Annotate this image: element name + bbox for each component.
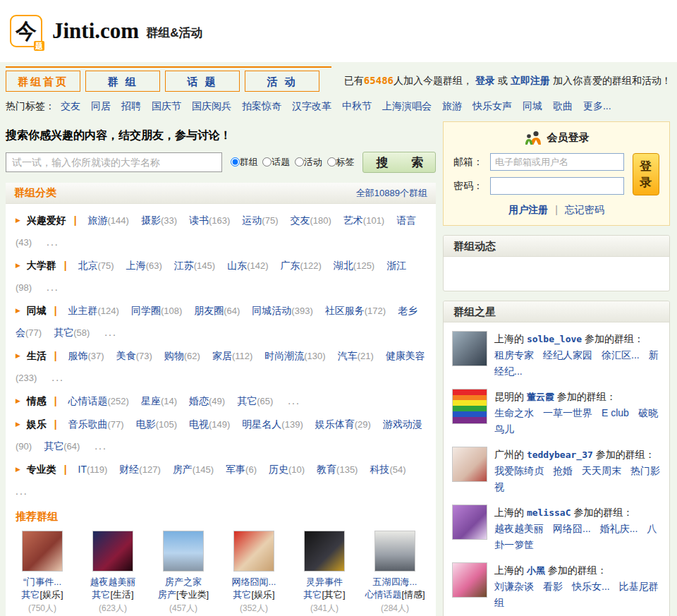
category-link[interactable]: 山东(142) — [227, 260, 268, 271]
user-avatar[interactable] — [452, 505, 487, 540]
category-link[interactable]: 朋友圈(64) — [194, 305, 240, 316]
group-link[interactable]: 网络囧... — [553, 523, 591, 534]
login-button[interactable]: 登 录 — [633, 153, 659, 195]
hot-tag-link[interactable]: 旅游 — [442, 100, 462, 111]
recommended-group-card[interactable]: 灵异事件 其它[其它] (341人) — [289, 531, 360, 615]
category-link[interactable]: 湖北(125) — [334, 260, 374, 271]
group-category-link[interactable]: 房产 — [158, 589, 176, 600]
hot-tag-link[interactable]: 国庆阅兵 — [192, 100, 231, 111]
category-link[interactable]: 明星名人(139) — [242, 418, 303, 430]
group-thumbnail[interactable] — [22, 531, 63, 572]
hot-tag-link[interactable]: 歌曲 — [553, 100, 573, 111]
category-link[interactable]: 其它(64) — [44, 440, 80, 452]
forgot-password-link[interactable]: 忘记密码 — [565, 204, 604, 215]
category-link[interactable]: 汽车(21) — [338, 350, 374, 361]
radio-groups-input[interactable] — [231, 157, 240, 167]
category-link[interactable]: 其它(58) — [54, 327, 90, 338]
user-register-link[interactable]: 用户注册 — [508, 204, 548, 215]
group-thumbnail[interactable] — [163, 531, 204, 572]
radio-tags-input[interactable] — [327, 157, 336, 167]
group-thumbnail[interactable] — [92, 531, 133, 572]
recommended-group-card[interactable]: 越夜越美丽 其它[生活] (623人) — [78, 531, 148, 615]
register-link[interactable]: 立即注册 — [511, 75, 550, 86]
hot-tag-link[interactable]: 国庆节 — [152, 100, 181, 111]
group-link[interactable]: 抢婚 — [553, 465, 573, 476]
category-more-link[interactable]: ... — [51, 372, 64, 383]
category-link[interactable]: 其它(65) — [237, 395, 273, 406]
group-title-link[interactable]: 灵异事件 — [289, 576, 360, 588]
hot-tag-link[interactable]: 交友 — [61, 100, 80, 111]
category-link[interactable]: 北京(75) — [78, 260, 114, 271]
category-link[interactable]: 摄影(33) — [141, 215, 177, 226]
search-input[interactable] — [6, 152, 222, 172]
category-link[interactable]: 财经(127) — [119, 464, 160, 475]
group-link[interactable]: 一草一世界 — [543, 407, 592, 418]
group-category-link[interactable]: 其它 — [233, 589, 251, 600]
login-link[interactable]: 登录 — [475, 75, 495, 86]
category-link[interactable]: 科技(54) — [370, 464, 405, 475]
hot-tag-link[interactable]: 上海演唱会 — [382, 100, 432, 111]
tab-groups[interactable]: 群 组 — [85, 71, 160, 92]
category-link[interactable]: 广东(122) — [280, 260, 321, 271]
jinti-logo-icon[interactable]: 今 题 — [10, 15, 42, 47]
category-link[interactable]: 江苏(145) — [174, 260, 215, 271]
group-title-link[interactable]: 越夜越美丽 — [78, 576, 148, 588]
group-category-link[interactable]: 其它 — [303, 589, 322, 600]
recommended-group-card[interactable]: 网络囧闻... 其它[娱乐] (352人) — [219, 531, 289, 615]
category-link[interactable]: 时尚潮流(130) — [264, 350, 325, 361]
search-button[interactable]: 搜 索 — [362, 152, 436, 173]
hot-tag-link[interactable]: 招聘 — [121, 100, 141, 111]
category-link[interactable]: 电视(149) — [189, 418, 230, 430]
all-groups-link[interactable]: 全部10889个群组 — [356, 187, 427, 200]
group-category-link[interactable]: 心情话题 — [365, 589, 401, 600]
category-more-link[interactable]: ... — [16, 485, 28, 497]
category-link[interactable]: 交友(180) — [290, 215, 331, 226]
category-link[interactable]: 运动(75) — [242, 215, 278, 226]
category-link[interactable]: 星座(14) — [141, 395, 177, 406]
category-link[interactable]: 美食(73) — [116, 350, 152, 361]
category-link[interactable]: 社区服务(172) — [325, 305, 386, 316]
group-link[interactable]: 生命之水 — [494, 407, 534, 418]
user-avatar[interactable] — [452, 331, 487, 366]
category-link[interactable]: 教育(135) — [317, 464, 358, 475]
group-category-link[interactable]: 其它 — [92, 589, 110, 600]
category-link[interactable]: 同城活动(393) — [252, 305, 312, 316]
group-link[interactable]: 看影 — [543, 581, 563, 592]
group-thumbnail[interactable] — [304, 531, 345, 572]
category-link[interactable]: 军事(6) — [226, 464, 257, 475]
group-title-link[interactable]: 网络囧闻... — [219, 576, 289, 588]
group-link[interactable]: 徐汇区... — [602, 349, 640, 361]
category-link[interactable]: 艺术(101) — [343, 215, 384, 226]
category-more-link[interactable]: ... — [104, 327, 117, 338]
category-link[interactable]: 音乐歌曲(77) — [68, 418, 124, 430]
group-category-link[interactable]: 其它 — [21, 589, 39, 600]
category-link[interactable]: 房产(145) — [173, 464, 214, 475]
recommended-group-card[interactable]: “门事件... 其它[娱乐] (750人) — [7, 531, 78, 615]
category-link[interactable]: 心情话题(252) — [68, 395, 129, 406]
group-link[interactable]: 越夜越美丽 — [494, 523, 544, 534]
recommended-group-card[interactable]: 房产之家 房产[专业类] (457人) — [148, 531, 219, 615]
user-avatar[interactable] — [452, 447, 487, 482]
category-more-link[interactable]: ... — [47, 282, 59, 293]
category-link[interactable]: 服饰(37) — [68, 350, 104, 361]
category-link[interactable]: 历史(10) — [269, 464, 305, 475]
category-more-link[interactable]: ... — [47, 236, 59, 248]
group-link[interactable]: 租房专家 — [494, 349, 534, 361]
recommended-group-card[interactable]: 五湖四海... 心情话题[情感] (284人) — [360, 531, 430, 615]
tab-group-home[interactable]: 群组首页 — [6, 71, 80, 92]
group-link[interactable]: 天天周末 — [582, 465, 621, 476]
hot-tag-link[interactable]: 同居 — [91, 100, 111, 111]
category-link[interactable]: 娱乐体育(29) — [315, 418, 371, 430]
username-link[interactable]: teddybear_37 — [527, 449, 593, 460]
group-thumbnail[interactable] — [233, 531, 274, 572]
category-more-link[interactable]: ... — [94, 440, 107, 452]
brand-name[interactable]: Jinti.com — [52, 18, 139, 44]
radio-option-topics[interactable]: 话题 — [262, 157, 290, 167]
category-link[interactable]: 家居(112) — [212, 350, 252, 361]
hot-tag-link[interactable]: 快乐女声 — [472, 100, 512, 111]
group-link[interactable]: E club — [602, 407, 629, 418]
username-link[interactable]: 董云霞 — [527, 392, 554, 402]
username-link[interactable]: solbe_love — [527, 334, 582, 344]
username-link[interactable]: melissaC — [527, 507, 571, 518]
email-input[interactable] — [490, 153, 624, 171]
